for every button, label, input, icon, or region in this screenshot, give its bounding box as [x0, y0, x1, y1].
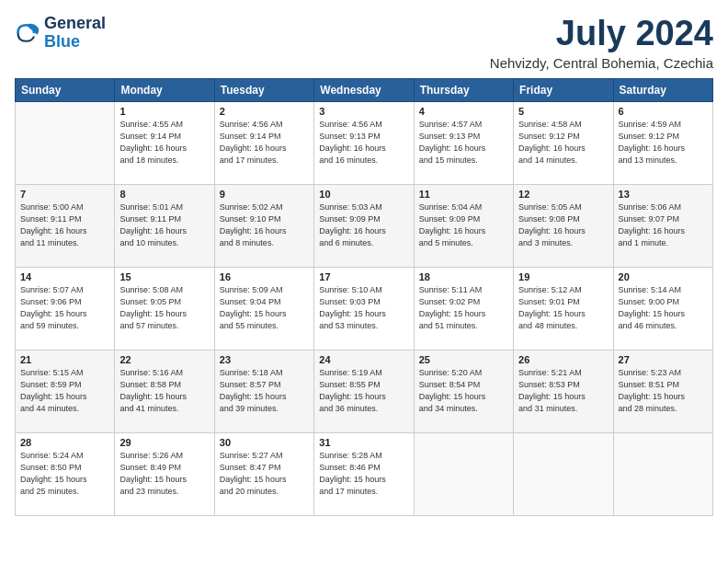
- day-header-monday: Monday: [115, 78, 214, 101]
- day-number: 13: [619, 189, 708, 200]
- calendar-cell: [414, 432, 513, 515]
- cell-content: Sunrise: 4:56 AM Sunset: 9:13 PM Dayligh…: [319, 119, 408, 167]
- calendar-cell: 15Sunrise: 5:08 AM Sunset: 9:05 PM Dayli…: [115, 267, 214, 350]
- cell-content: Sunrise: 5:19 AM Sunset: 8:55 PM Dayligh…: [319, 367, 408, 415]
- day-number: 22: [119, 354, 209, 365]
- calendar-cell: 24Sunrise: 5:19 AM Sunset: 8:55 PM Dayli…: [314, 350, 414, 432]
- calendar-cell: 16Sunrise: 5:09 AM Sunset: 9:04 PM Dayli…: [214, 267, 313, 350]
- cell-content: Sunrise: 5:14 AM Sunset: 9:00 PM Dayligh…: [619, 284, 708, 332]
- day-header-thursday: Thursday: [414, 78, 513, 101]
- calendar-cell: 29Sunrise: 5:26 AM Sunset: 8:49 PM Dayli…: [115, 432, 214, 515]
- calendar-cell: 7Sunrise: 5:00 AM Sunset: 9:11 PM Daylig…: [16, 184, 115, 267]
- cell-content: Sunrise: 4:55 AM Sunset: 9:14 PM Dayligh…: [119, 119, 209, 167]
- calendar-table: SundayMondayTuesdayWednesdayThursdayFrid…: [15, 78, 713, 516]
- day-number: 28: [20, 437, 109, 448]
- cell-content: Sunrise: 5:07 AM Sunset: 9:06 PM Dayligh…: [20, 284, 109, 332]
- cell-content: Sunrise: 5:11 AM Sunset: 9:02 PM Dayligh…: [419, 284, 508, 332]
- cell-content: Sunrise: 5:27 AM Sunset: 8:47 PM Dayligh…: [220, 450, 309, 498]
- cell-content: Sunrise: 5:16 AM Sunset: 8:58 PM Dayligh…: [119, 367, 209, 415]
- day-number: 5: [518, 106, 608, 117]
- day-number: 31: [319, 437, 408, 448]
- day-number: 16: [220, 271, 309, 282]
- calendar-week-row: 7Sunrise: 5:00 AM Sunset: 9:11 PM Daylig…: [16, 184, 713, 267]
- calendar-cell: [613, 432, 712, 515]
- calendar-week-row: 14Sunrise: 5:07 AM Sunset: 9:06 PM Dayli…: [16, 267, 713, 350]
- cell-content: Sunrise: 5:18 AM Sunset: 8:57 PM Dayligh…: [220, 367, 309, 415]
- calendar-cell: 25Sunrise: 5:20 AM Sunset: 8:54 PM Dayli…: [414, 350, 513, 432]
- calendar-cell: 4Sunrise: 4:57 AM Sunset: 9:13 PM Daylig…: [414, 101, 513, 184]
- day-header-wednesday: Wednesday: [314, 78, 414, 101]
- day-number: 10: [319, 189, 408, 200]
- day-number: 26: [518, 354, 608, 365]
- calendar-cell: 11Sunrise: 5:04 AM Sunset: 9:09 PM Dayli…: [414, 184, 513, 267]
- day-header-friday: Friday: [514, 78, 613, 101]
- calendar-cell: 14Sunrise: 5:07 AM Sunset: 9:06 PM Dayli…: [16, 267, 115, 350]
- calendar-cell: 6Sunrise: 4:59 AM Sunset: 9:12 PM Daylig…: [613, 101, 712, 184]
- cell-content: Sunrise: 5:00 AM Sunset: 9:11 PM Dayligh…: [20, 201, 109, 249]
- cell-content: Sunrise: 4:59 AM Sunset: 9:12 PM Dayligh…: [619, 119, 708, 167]
- day-number: 1: [119, 106, 209, 117]
- calendar-cell: 13Sunrise: 5:06 AM Sunset: 9:07 PM Dayli…: [613, 184, 712, 267]
- day-number: 14: [20, 271, 109, 282]
- cell-content: Sunrise: 4:56 AM Sunset: 9:14 PM Dayligh…: [220, 119, 309, 167]
- calendar-cell: 2Sunrise: 4:56 AM Sunset: 9:14 PM Daylig…: [214, 101, 313, 184]
- day-number: 15: [119, 271, 209, 282]
- day-number: 21: [20, 354, 109, 365]
- calendar-cell: 20Sunrise: 5:14 AM Sunset: 9:00 PM Dayli…: [613, 267, 712, 350]
- cell-content: Sunrise: 5:21 AM Sunset: 8:53 PM Dayligh…: [518, 367, 608, 415]
- logo-text: General Blue: [44, 15, 106, 52]
- calendar-cell: 26Sunrise: 5:21 AM Sunset: 8:53 PM Dayli…: [514, 350, 613, 432]
- day-number: 12: [518, 189, 608, 200]
- calendar-cell: 17Sunrise: 5:10 AM Sunset: 9:03 PM Dayli…: [314, 267, 414, 350]
- cell-content: Sunrise: 5:06 AM Sunset: 9:07 PM Dayligh…: [619, 201, 708, 249]
- calendar-cell: [514, 432, 613, 515]
- day-number: 18: [419, 271, 508, 282]
- calendar-header-row: SundayMondayTuesdayWednesdayThursdayFrid…: [16, 78, 713, 101]
- calendar-cell: 1Sunrise: 4:55 AM Sunset: 9:14 PM Daylig…: [115, 101, 214, 184]
- calendar-week-row: 1Sunrise: 4:55 AM Sunset: 9:14 PM Daylig…: [16, 101, 713, 184]
- day-header-tuesday: Tuesday: [214, 78, 313, 101]
- month-title: July 2024: [490, 15, 713, 53]
- cell-content: Sunrise: 5:10 AM Sunset: 9:03 PM Dayligh…: [319, 284, 408, 332]
- cell-content: Sunrise: 4:58 AM Sunset: 9:12 PM Dayligh…: [518, 119, 608, 167]
- calendar-cell: 30Sunrise: 5:27 AM Sunset: 8:47 PM Dayli…: [214, 432, 313, 515]
- cell-content: Sunrise: 5:01 AM Sunset: 9:11 PM Dayligh…: [119, 201, 209, 249]
- day-number: 2: [220, 106, 309, 117]
- cell-content: Sunrise: 5:03 AM Sunset: 9:09 PM Dayligh…: [319, 201, 408, 249]
- cell-content: Sunrise: 5:23 AM Sunset: 8:51 PM Dayligh…: [619, 367, 708, 415]
- day-number: 6: [619, 106, 708, 117]
- calendar-cell: 21Sunrise: 5:15 AM Sunset: 8:59 PM Dayli…: [16, 350, 115, 432]
- logo-icon: [15, 20, 40, 46]
- calendar-cell: 31Sunrise: 5:28 AM Sunset: 8:46 PM Dayli…: [314, 432, 414, 515]
- title-block: July 2024 Nehvizdy, Central Bohemia, Cze…: [490, 15, 713, 71]
- day-number: 30: [220, 437, 309, 448]
- calendar-week-row: 28Sunrise: 5:24 AM Sunset: 8:50 PM Dayli…: [16, 432, 713, 515]
- calendar-cell: 23Sunrise: 5:18 AM Sunset: 8:57 PM Dayli…: [214, 350, 313, 432]
- day-number: 19: [518, 271, 608, 282]
- day-header-saturday: Saturday: [613, 78, 712, 101]
- calendar-cell: 19Sunrise: 5:12 AM Sunset: 9:01 PM Dayli…: [514, 267, 613, 350]
- location: Nehvizdy, Central Bohemia, Czechia: [490, 55, 713, 71]
- calendar-cell: 8Sunrise: 5:01 AM Sunset: 9:11 PM Daylig…: [115, 184, 214, 267]
- calendar-cell: 10Sunrise: 5:03 AM Sunset: 9:09 PM Dayli…: [314, 184, 414, 267]
- calendar-cell: 22Sunrise: 5:16 AM Sunset: 8:58 PM Dayli…: [115, 350, 214, 432]
- cell-content: Sunrise: 5:15 AM Sunset: 8:59 PM Dayligh…: [20, 367, 109, 415]
- day-header-sunday: Sunday: [16, 78, 115, 101]
- logo: General Blue: [15, 15, 106, 52]
- calendar-body: 1Sunrise: 4:55 AM Sunset: 9:14 PM Daylig…: [16, 101, 713, 515]
- day-number: 29: [119, 437, 209, 448]
- day-number: 23: [220, 354, 309, 365]
- cell-content: Sunrise: 5:12 AM Sunset: 9:01 PM Dayligh…: [518, 284, 608, 332]
- calendar-cell: 5Sunrise: 4:58 AM Sunset: 9:12 PM Daylig…: [514, 101, 613, 184]
- cell-content: Sunrise: 5:02 AM Sunset: 9:10 PM Dayligh…: [220, 201, 309, 249]
- day-number: 20: [619, 271, 708, 282]
- page-header: General Blue July 2024 Nehvizdy, Central…: [15, 15, 713, 71]
- cell-content: Sunrise: 4:57 AM Sunset: 9:13 PM Dayligh…: [419, 119, 508, 167]
- calendar-cell: 9Sunrise: 5:02 AM Sunset: 9:10 PM Daylig…: [214, 184, 313, 267]
- day-number: 3: [319, 106, 408, 117]
- cell-content: Sunrise: 5:24 AM Sunset: 8:50 PM Dayligh…: [20, 450, 109, 498]
- day-number: 27: [619, 354, 708, 365]
- cell-content: Sunrise: 5:05 AM Sunset: 9:08 PM Dayligh…: [518, 201, 608, 249]
- day-number: 24: [319, 354, 408, 365]
- calendar-cell: 3Sunrise: 4:56 AM Sunset: 9:13 PM Daylig…: [314, 101, 414, 184]
